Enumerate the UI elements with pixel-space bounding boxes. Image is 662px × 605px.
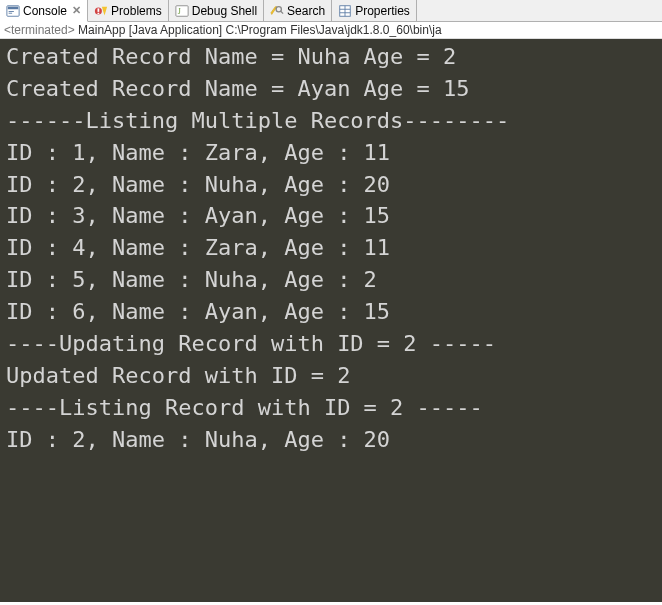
close-icon[interactable]: ✕ (72, 4, 81, 17)
svg-text:J: J (177, 6, 180, 15)
tab-label: Properties (355, 4, 410, 18)
terminated-label: <terminated> (4, 23, 75, 37)
tab-properties[interactable]: Properties (332, 0, 417, 21)
debug-shell-icon: J (175, 4, 189, 18)
svg-line-10 (281, 11, 284, 14)
tab-search[interactable]: Search (264, 0, 332, 21)
svg-rect-6 (98, 12, 100, 13)
tab-label: Console (23, 4, 67, 18)
problems-icon (94, 4, 108, 18)
tab-problems[interactable]: Problems (88, 0, 169, 21)
tab-console[interactable]: Console ✕ (0, 0, 88, 22)
tab-label: Debug Shell (192, 4, 257, 18)
launch-description: MainApp [Java Application] C:\Program Fi… (75, 23, 442, 37)
tab-label: Problems (111, 4, 162, 18)
svg-rect-2 (9, 11, 14, 12)
search-icon (270, 4, 284, 18)
console-output[interactable]: Created Record Name = Nuha Age = 2 Creat… (0, 39, 662, 602)
svg-rect-1 (8, 6, 19, 9)
tab-debug-shell[interactable]: J Debug Shell (169, 0, 264, 21)
view-tab-bar: Console ✕ Problems J Debug Shell Search … (0, 0, 662, 22)
launch-status-line: <terminated> MainApp [Java Application] … (0, 22, 662, 39)
console-icon (6, 4, 20, 18)
properties-icon (338, 4, 352, 18)
svg-rect-5 (98, 8, 100, 12)
tab-label: Search (287, 4, 325, 18)
svg-rect-3 (9, 12, 13, 13)
